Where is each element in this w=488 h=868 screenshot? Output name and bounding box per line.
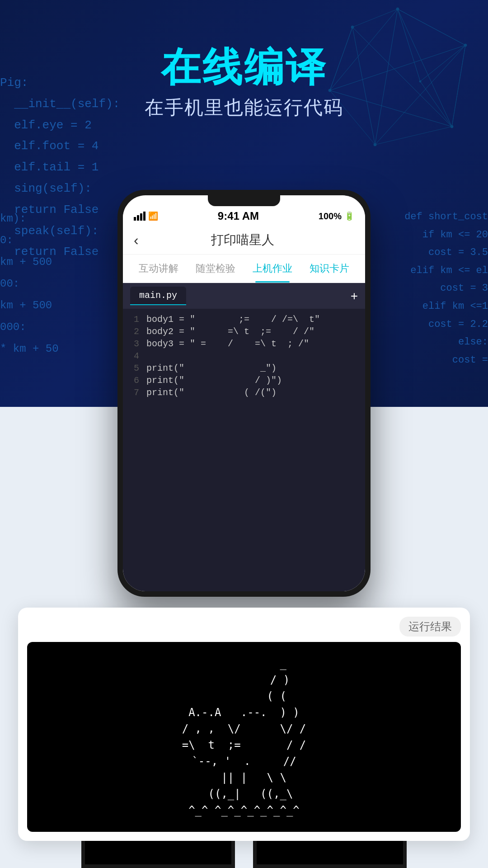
add-file-button[interactable]: +: [351, 289, 358, 303]
result-card: 运行结果 _ / ) ( ( A.-.A .--. ) ) / , , \/ \…: [18, 608, 470, 841]
page-title: 打印喵星人: [146, 231, 340, 249]
tab-quiz[interactable]: 随堂检验: [187, 255, 244, 283]
status-left: 📶: [134, 211, 158, 221]
tab-homework[interactable]: 上机作业: [244, 255, 301, 283]
svg-point-15: [374, 143, 376, 146]
bg-code-right: def short_cost if km <= 20 cost = 3.5 el…: [399, 208, 488, 369]
nav-bar: ‹ 打印喵星人: [123, 226, 365, 255]
code-line-4: 4: [130, 351, 358, 361]
code-line-5: 5 print(" _"): [130, 363, 358, 373]
tab-flashcard[interactable]: 知识卡片: [301, 255, 358, 283]
phone-notch: [208, 195, 280, 206]
wifi-icon: 📶: [148, 211, 158, 221]
battery-percent: 100%: [319, 211, 342, 222]
code-line-7: 7 print(" ( /("): [130, 387, 358, 398]
ascii-art: _ / ) ( ( A.-.A .--. ) ) / , , \/ \/ / =…: [182, 656, 306, 818]
code-line-6: 6 print(" / )"): [130, 375, 358, 386]
main-py-tab[interactable]: main.py: [130, 287, 186, 305]
svg-line-1: [398, 9, 465, 45]
main-title: 在线编译: [0, 41, 488, 94]
signal-icon: [134, 212, 145, 221]
back-button[interactable]: ‹: [134, 232, 139, 249]
code-lines: 1 body1 = " ;= / /=\ t" 2 body2 = " =\ t…: [123, 309, 365, 591]
tabs-bar: 互动讲解 随堂检验 上机作业 知识卡片: [123, 255, 365, 283]
code-line-2: 2 body2 = " =\ t ;= / /": [130, 326, 358, 337]
status-right: 100% 🔋: [319, 211, 354, 222]
code-tabs-bar: main.py +: [123, 283, 365, 309]
phone-mockup: 📶 9:41 AM 100% 🔋 ‹ 打印喵星人 互动讲解 随堂检验: [117, 190, 371, 597]
result-header: 运行结果: [27, 617, 461, 637]
svg-point-17: [351, 26, 354, 28]
bg-code-bottom-left: km): 0: km + 500 00: km + 500 000: * km …: [0, 208, 59, 360]
result-badge: 运行结果: [399, 617, 461, 637]
status-bar: 📶 9:41 AM 100% 🔋: [123, 206, 365, 226]
status-time: 9:41 AM: [218, 210, 259, 222]
code-line-1: 1 body1 = " ;= / /=\ t": [130, 314, 358, 325]
phone-screen: 📶 9:41 AM 100% 🔋 ‹ 打印喵星人 互动讲解 随堂检验: [123, 195, 365, 591]
tab-interactive[interactable]: 互动讲解: [130, 255, 187, 283]
battery-icon: 🔋: [344, 211, 354, 221]
result-terminal: _ / ) ( ( A.-.A .--. ) ) / , , \/ \/ / =…: [27, 642, 461, 832]
code-line-3: 3 body3 = " = / =\ t ; /": [130, 339, 358, 349]
bottom-section: 📶 9:41 AM 100% 🔋 ‹ 打印喵星人 互动讲解 随堂检验: [0, 407, 488, 868]
sub-title: 在手机里也能运行代码: [0, 95, 488, 120]
code-editor: main.py + 1 body1 = " ;= / /=\ t" 2 body…: [123, 283, 365, 591]
